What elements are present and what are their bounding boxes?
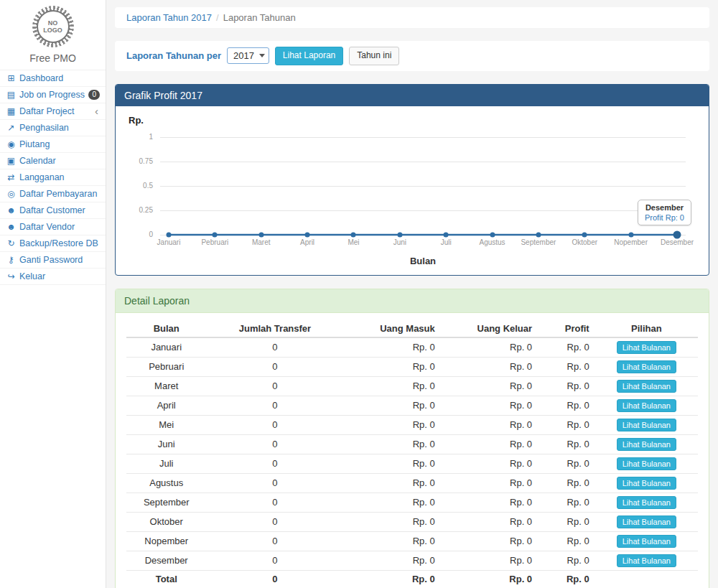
sidebar: NO LOGO Free PMO ⊞ Dashboard ▤ Job on Pr… (0, 0, 106, 588)
sidebar-item-langganan[interactable]: ⇄ Langganan (0, 169, 106, 186)
table-row: Desember 0 Rp. 0 Rp. 0 Rp. 0 Lihat Bulan… (126, 551, 698, 570)
profit-line (169, 137, 677, 235)
cell-month: Desember (126, 551, 206, 570)
sidebar-item-backup-restore-db[interactable]: ↻ Backup/Restore DB (0, 235, 106, 252)
breadcrumb-link[interactable]: Laporan Tahun 2017 (126, 12, 212, 23)
sidebar-item-penghasilan[interactable]: ↗ Penghasilan (0, 120, 106, 136)
year-select[interactable]: 2017 (227, 47, 269, 64)
view-month-button[interactable]: Lihat Bulanan (617, 419, 676, 431)
cell-money-in: Rp. 0 (343, 551, 440, 570)
sidebar-item-piutang[interactable]: ◉ Piutang (0, 136, 106, 153)
cell-money-in: Rp. 0 (343, 396, 440, 415)
cell-profit: Rp. 0 (538, 531, 595, 551)
cell-profit: Rp. 0 (538, 376, 595, 396)
header-bulan: Bulan (126, 320, 206, 337)
breadcrumb: Laporan Tahun 2017 / Laporan Tahunan (115, 7, 709, 28)
cell-month: April (126, 396, 206, 415)
no-logo-stamp-icon: NO LOGO (32, 6, 74, 47)
table-row: Pebruari 0 Rp. 0 Rp. 0 Rp. 0 Lihat Bulan… (126, 357, 698, 376)
income-chart-icon: ↗ (6, 123, 17, 133)
sidebar-item-daftar-pembayaran[interactable]: ◎ Daftar Pembayaran (0, 186, 106, 202)
this-year-button[interactable]: Tahun ini (349, 47, 399, 65)
chart-point[interactable] (167, 232, 172, 237)
sidebar-item-calendar[interactable]: ▣ Calendar (0, 153, 106, 169)
chart-point[interactable] (628, 232, 633, 237)
view-report-button[interactable]: Lihat Laporan (275, 47, 343, 65)
cell-transfer-count: 0 (206, 434, 343, 454)
chart-point[interactable] (673, 230, 681, 238)
chart-point[interactable] (213, 232, 218, 237)
view-month-button[interactable]: Lihat Bulanan (617, 515, 676, 528)
cell-money-in: Rp. 0 (343, 473, 440, 493)
sidebar-item-label: Job on Progress (19, 90, 85, 100)
cell-month: Januari (126, 337, 206, 358)
table-row: Oktober 0 Rp. 0 Rp. 0 Rp. 0 Lihat Bulana… (126, 512, 698, 531)
cell-action: Lihat Bulanan (595, 551, 698, 570)
sidebar-item-label: Piutang (19, 139, 100, 149)
report-table: Bulan Jumlah Transfer Uang Masuk Uang Ke… (126, 320, 698, 588)
table-row: September 0 Rp. 0 Rp. 0 Rp. 0 Lihat Bula… (126, 493, 698, 512)
y-tick-label: 0.5 (143, 182, 153, 190)
cell-money-out: Rp. 0 (441, 376, 538, 396)
chart-point[interactable] (582, 232, 587, 237)
sidebar-item-daftar-vendor[interactable]: ☻ Daftar Vendor (0, 219, 106, 235)
cell-month: Oktober (126, 512, 206, 531)
view-month-button[interactable]: Lihat Bulanan (617, 477, 676, 490)
chart-point[interactable] (258, 232, 264, 237)
sidebar-item-label: Daftar Pembayaran (19, 189, 100, 199)
cell-action: Lihat Bulanan (595, 337, 698, 358)
sidebar-menu: ⊞ Dashboard ▤ Job on Progress 0 ▦ Daftar… (0, 70, 106, 285)
cell-month: Maret (126, 376, 206, 396)
sidebar-item-keluar[interactable]: ↪ Keluar (0, 269, 106, 285)
chart-point[interactable] (397, 232, 402, 237)
sidebar-item-label: Keluar (19, 271, 100, 281)
cell-profit: Rp. 0 (538, 512, 595, 531)
cell-profit: Rp. 0 (538, 454, 595, 473)
total-transfer: 0 (206, 570, 343, 587)
chart-point[interactable] (536, 232, 541, 237)
chart-point[interactable] (351, 232, 356, 237)
chart-point[interactable] (490, 232, 495, 237)
chevron-left-icon: ‹ (95, 108, 100, 115)
x-tick-label: Mei (348, 238, 359, 246)
sidebar-item-daftar-customer[interactable]: ☻ Daftar Customer (0, 202, 106, 219)
cell-profit: Rp. 0 (538, 396, 595, 415)
sidebar-item-daftar-project[interactable]: ▦ Daftar Project ‹ (0, 103, 106, 120)
cell-money-out: Rp. 0 (441, 337, 538, 358)
logo-area: NO LOGO Free PMO (0, 0, 106, 70)
cell-transfer-count: 0 (206, 473, 343, 493)
view-month-button[interactable]: Lihat Bulanan (617, 554, 676, 567)
breadcrumb-separator: / (216, 12, 219, 23)
x-tick-label: Desember (661, 238, 694, 246)
cell-money-out: Rp. 0 (441, 396, 538, 415)
y-tick-label: 1 (149, 133, 153, 141)
chart-point[interactable] (444, 232, 449, 237)
x-tick-label: Maret (252, 238, 271, 246)
view-month-button[interactable]: Lihat Bulanan (617, 360, 676, 373)
sidebar-item-ganti-password[interactable]: ⚷ Ganti Password (0, 252, 106, 269)
table-header-row: Bulan Jumlah Transfer Uang Masuk Uang Ke… (126, 320, 698, 337)
cell-money-out: Rp. 0 (441, 531, 538, 551)
view-month-button[interactable]: Lihat Bulanan (617, 438, 676, 451)
view-month-button[interactable]: Lihat Bulanan (617, 496, 676, 509)
count-badge: 0 (88, 90, 100, 100)
app-window: NO LOGO Free PMO ⊞ Dashboard ▤ Job on Pr… (0, 0, 718, 588)
cell-money-in: Rp. 0 (343, 454, 440, 473)
cell-money-in: Rp. 0 (343, 512, 440, 531)
view-month-button[interactable]: Lihat Bulanan (617, 457, 676, 470)
y-axis-unit-label: Rp. (129, 115, 696, 126)
cell-profit: Rp. 0 (538, 551, 595, 570)
cell-transfer-count: 0 (206, 396, 343, 415)
sidebar-item-job-on-progress[interactable]: ▤ Job on Progress 0 (0, 87, 106, 103)
view-month-button[interactable]: Lihat Bulanan (617, 341, 676, 354)
x-axis-labels: JanuariPebruariMaretAprilMeiJuniJuliAgus… (169, 238, 677, 248)
sidebar-item-label: Penghasilan (19, 123, 100, 133)
view-month-button[interactable]: Lihat Bulanan (617, 380, 676, 393)
sidebar-item-dashboard[interactable]: ⊞ Dashboard (0, 70, 106, 87)
chart-point[interactable] (305, 232, 310, 237)
view-month-button[interactable]: Lihat Bulanan (617, 535, 676, 548)
cell-profit: Rp. 0 (538, 357, 595, 376)
cell-profit: Rp. 0 (538, 337, 595, 358)
cell-transfer-count: 0 (206, 551, 343, 570)
view-month-button[interactable]: Lihat Bulanan (617, 399, 676, 412)
